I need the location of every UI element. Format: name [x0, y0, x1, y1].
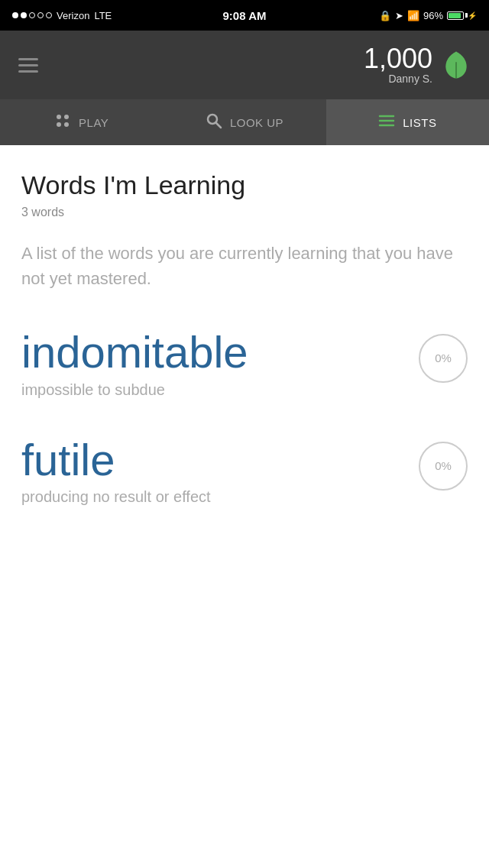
- word-definition: producing no result or effect: [21, 488, 419, 506]
- leaf-icon: [442, 50, 471, 79]
- word-term: futile: [21, 436, 419, 484]
- user-name: Danny S.: [364, 73, 432, 85]
- word-item[interactable]: indomitable impossible to subdue 0%: [21, 328, 468, 399]
- status-left: Verizon LTE: [12, 10, 112, 21]
- network-type: LTE: [94, 10, 112, 21]
- word-text-area: indomitable impossible to subdue: [21, 328, 419, 399]
- battery-percent: 96%: [423, 10, 443, 21]
- status-right: 🔒 ➤ 📶 96% ⚡: [379, 10, 477, 21]
- status-bar: Verizon LTE 9:08 AM 🔒 ➤ 📶 96% ⚡: [0, 0, 489, 31]
- svg-line-6: [215, 122, 221, 128]
- svg-point-2: [64, 115, 69, 119]
- progress-circle: 0%: [419, 442, 468, 491]
- svg-point-3: [57, 122, 61, 127]
- menu-button[interactable]: [18, 58, 38, 73]
- word-item[interactable]: futile producing no result or effect 0%: [21, 436, 468, 507]
- main-content: Words I'm Learning 3 words A list of the…: [0, 145, 489, 573]
- score-area: 1,000 Danny S.: [364, 45, 432, 85]
- tab-lookup[interactable]: LOOK UP: [163, 99, 325, 145]
- location-icon: ➤: [395, 10, 403, 21]
- header-right: 1,000 Danny S.: [364, 45, 471, 85]
- svg-point-4: [64, 122, 69, 127]
- lock-icon: 🔒: [379, 10, 391, 21]
- tab-lists[interactable]: LISTS: [326, 99, 489, 145]
- progress-label: 0%: [435, 351, 452, 364]
- tab-play-label: PLAY: [79, 116, 108, 129]
- score-number: 1,000: [364, 45, 432, 73]
- lists-tab-icon: [378, 112, 395, 133]
- word-definition: impossible to subdue: [21, 381, 419, 399]
- list-title: Words I'm Learning: [21, 170, 468, 201]
- bluetooth-icon: 📶: [407, 10, 419, 21]
- word-text-area: futile producing no result or effect: [21, 436, 419, 507]
- list-description: A list of the words you are currently le…: [21, 241, 468, 291]
- nav-tabs: PLAY LOOK UP LISTS: [0, 99, 489, 145]
- svg-point-1: [57, 115, 61, 119]
- battery-icon: ⚡: [447, 11, 477, 20]
- word-count: 3 words: [21, 206, 468, 219]
- word-term: indomitable: [21, 328, 419, 377]
- tab-play[interactable]: PLAY: [0, 99, 163, 145]
- carrier-label: Verizon: [57, 10, 89, 21]
- tab-lists-label: LISTS: [403, 116, 436, 129]
- lookup-tab-icon: [206, 112, 222, 133]
- status-time: 9:08 AM: [223, 9, 267, 22]
- tab-lookup-label: LOOK UP: [230, 116, 283, 129]
- app-header: 1,000 Danny S.: [0, 31, 489, 99]
- signal-icon: [12, 12, 52, 18]
- play-tab-icon: [54, 112, 71, 133]
- charging-bolt: ⚡: [468, 11, 477, 20]
- progress-circle: 0%: [419, 334, 468, 383]
- progress-label: 0%: [435, 459, 452, 472]
